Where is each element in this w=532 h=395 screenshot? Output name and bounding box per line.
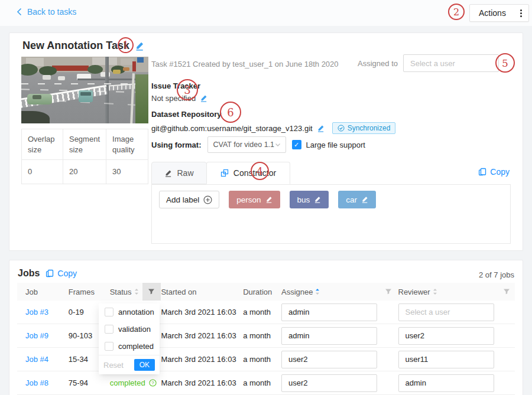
label-chip-bus-text: bus [297,195,310,204]
status-filter-dropdown: annotation validation completed Reset OK [99,303,160,374]
label-constructor-panel: Add label person bus [151,185,511,244]
param-value-quality: 30 [106,160,148,184]
edit-label-icon[interactable] [314,196,321,203]
param-header-quality: Image quality [106,129,148,160]
format-select-value: CVAT for video 1.1 [213,141,275,149]
column-duration: Duration [243,288,281,296]
edit-label-icon[interactable] [265,196,273,203]
sort-icon[interactable] [433,288,437,295]
filter-option-completed[interactable]: completed [99,338,160,355]
jobs-table-header: Job Frames Status Started on Duration As… [17,283,515,301]
task-info-column: Task #1521 Created by test_user_1 on Jun… [151,57,511,246]
label-chip-person[interactable]: person [229,191,280,208]
job-link[interactable]: Job #4 [25,355,48,364]
column-status[interactable]: Status [110,288,132,296]
label-chip-car[interactable]: car [338,191,376,208]
filter-icon [148,288,155,295]
param-value-segment: 20 [63,160,106,184]
edit-label-icon[interactable] [361,196,368,203]
job-row: Job #3 0-19 March 3rd 2021 16:03 a month [17,301,515,324]
add-label-button-text: Add label [166,195,199,204]
format-select[interactable]: CVAT for video 1.1 [207,136,286,153]
tab-constructor[interactable]: Constructor [206,162,290,184]
checkbox-unchecked[interactable] [105,308,113,316]
reviewer-filter-button[interactable] [498,288,515,295]
job-link[interactable]: Job #3 [25,308,48,316]
column-started-on: Started on [161,288,243,296]
job-duration: a month [243,331,281,340]
tab-raw[interactable]: Raw [151,162,207,184]
actions-button[interactable]: Actions [469,4,529,22]
callout-6: 6 [220,102,241,123]
job-duration: a month [243,378,281,387]
back-to-tasks-link[interactable]: Back to tasks [17,7,76,17]
task-preview-image [21,57,148,123]
job-link[interactable]: Job #9 [25,331,48,340]
filter-option-validation[interactable]: validation [99,321,160,338]
reviewer-input[interactable] [398,351,494,368]
synchronized-badge-label: Synchronized [348,124,391,132]
edit-task-name-icon[interactable] [135,41,144,51]
jobs-card: Jobs Copy 2 of 7 jobs Job Frames Status [9,260,523,395]
cvat-task-page: Back to tasks Actions New Annotation Tas… [0,0,532,395]
assigned-to-label: Assigned to [358,59,398,68]
column-job: Job [17,288,69,296]
job-started: March 3rd 2021 16:03 [161,308,243,316]
filter-option-annotation[interactable]: annotation [99,303,160,321]
assignee-input[interactable] [281,374,377,392]
job-started: March 3rd 2021 16:03 [161,378,243,387]
job-row: Job #9 90-103 March 3rd 2021 16:03 a mon… [17,324,515,348]
column-reviewer[interactable]: Reviewer [398,288,430,296]
copy-icon [46,269,54,278]
filter-ok-button[interactable]: OK [134,359,155,371]
sort-icon-ascending[interactable] [315,288,320,295]
kebab-menu-icon [520,9,522,17]
tab-raw-label: Raw [177,168,193,178]
pencil-icon [164,169,172,177]
dataset-repository-label: Dataset Repository [151,110,395,119]
assigned-to-input[interactable] [403,54,499,72]
status-filter-button[interactable] [142,283,161,301]
job-link[interactable]: Job #8 [25,378,48,387]
checkbox-unchecked[interactable] [105,342,113,351]
using-format-label: Using format: [151,141,202,149]
checkbox-unchecked[interactable] [105,325,113,334]
question-circle-icon[interactable]: ? [149,379,157,387]
callout-5: 5 [495,53,515,73]
assigned-to-group: Assigned to [358,54,499,72]
filter-reset-button[interactable]: Reset [103,361,124,370]
filter-footer: Reset OK [99,355,160,374]
svg-text:?: ? [151,380,154,386]
callout-2: 2 [448,4,465,20]
param-header-segment: Segment size [63,129,106,160]
back-to-tasks-label: Back to tasks [27,7,76,17]
assignee-filter-button[interactable] [379,288,398,295]
sort-icon[interactable] [134,288,139,295]
edit-repository-icon[interactable] [317,125,325,132]
assignee-input[interactable] [281,327,377,345]
large-file-support-checkbox[interactable]: ✓ [292,140,301,149]
task-meta-text: Task #1521 Created by test_user_1 on Jun… [151,60,339,68]
param-value-overlap: 0 [22,160,63,184]
task-parameters-table: Overlap size Segment size Image quality … [21,129,148,184]
label-chip-bus[interactable]: bus [290,191,329,208]
reviewer-input[interactable] [398,374,494,392]
column-assignee[interactable]: Assignee [281,288,313,296]
labels-copy-button[interactable]: Copy [478,167,510,177]
job-row: Job #4 15-34 March 3rd 2021 16:03 a mont… [17,348,515,371]
job-duration: a month [243,308,281,316]
filter-option-completed-label: completed [118,342,154,351]
jobs-title-row: Jobs Copy [18,268,77,279]
dataset-repository-url[interactable]: git@github.com:username/git_storage_v123… [151,124,313,133]
chevron-down-icon [275,142,281,148]
add-label-button[interactable]: Add label [159,191,219,208]
format-row: Using format: CVAT for video 1.1 ✓ Large… [151,136,365,153]
callout-1: 1 [118,37,134,53]
labels-copy-label: Copy [490,167,510,177]
assignee-input[interactable] [281,303,377,321]
jobs-copy-button[interactable]: Copy [46,269,77,278]
assignee-input[interactable] [281,351,377,368]
reviewer-input[interactable] [398,303,494,321]
edit-issue-tracker-icon[interactable] [200,94,207,102]
reviewer-input[interactable] [398,327,494,345]
